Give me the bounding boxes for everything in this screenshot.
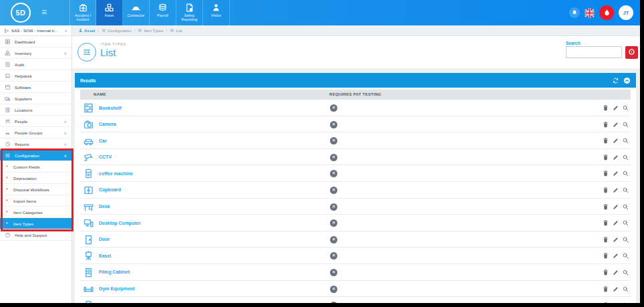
view-button[interactable] — [622, 219, 629, 227]
sidebar-item-helpdesk[interactable]: Helpdesk — [0, 70, 71, 82]
search-button[interactable] — [625, 46, 638, 59]
edit-button[interactable] — [612, 121, 619, 128]
delete-button[interactable] — [602, 252, 609, 260]
item-name-link[interactable]: Filing Cabinet — [99, 270, 130, 274]
workspace-selector[interactable]: SAS - SOW - Internal tr... ∨ — [0, 25, 72, 36]
delete-button[interactable] — [602, 187, 609, 194]
pencil-icon — [612, 252, 619, 260]
breadcrumb-item[interactable]: List — [170, 28, 182, 33]
view-button[interactable] — [622, 187, 629, 194]
sidebar-item-custom-fields[interactable]: *Custom Fields — [0, 161, 71, 173]
delete-button[interactable] — [602, 286, 609, 293]
view-button[interactable] — [622, 252, 629, 260]
item-name-link[interactable]: Desktop Computer — [99, 221, 141, 225]
item-name-link[interactable]: Car — [99, 138, 107, 143]
view-button[interactable] — [622, 269, 629, 276]
edit-button[interactable] — [612, 302, 619, 303]
edit-button[interactable] — [612, 286, 619, 293]
refresh-button[interactable] — [612, 77, 619, 84]
sidebar-item-label: Locations — [15, 108, 33, 112]
topnav-tab-label: Accident / Incident — [70, 13, 96, 21]
hard-hat-icon — [131, 2, 141, 13]
notifications-button[interactable] — [569, 7, 580, 18]
view-button[interactable] — [622, 121, 629, 128]
item-name-link[interactable]: Camera — [99, 122, 116, 126]
delete-button[interactable] — [602, 154, 609, 161]
sidebar-item-software[interactable]: Software — [0, 82, 71, 93]
view-button[interactable] — [622, 236, 629, 243]
topnav-tab[interactable]: Accident / Incident — [69, 0, 96, 25]
sidebar-item-item-categories[interactable]: *Item Categories — [0, 207, 71, 218]
edit-button[interactable] — [612, 170, 619, 177]
item-name-link[interactable]: Bookshelf — [99, 106, 122, 110]
edit-button[interactable] — [612, 137, 619, 144]
item-name-link[interactable]: coffee machine — [99, 171, 133, 176]
topnav-tabs: Accident / Incident Asset Contractor Pay… — [69, 0, 230, 25]
sidebar-item-people-groups[interactable]: People Groups∨ — [0, 127, 71, 138]
breadcrumb-item[interactable]: Asset — [78, 28, 95, 33]
edit-button[interactable] — [612, 187, 619, 194]
topnav-tab[interactable]: Asset — [96, 0, 123, 25]
people-icon — [5, 118, 11, 124]
edit-button[interactable] — [612, 269, 619, 276]
search-input[interactable] — [566, 46, 622, 58]
view-button[interactable] — [622, 104, 629, 112]
sidebar-item-configuration[interactable]: Configuration∨ — [0, 150, 71, 161]
sidebar-item-import-items[interactable]: *Import Items — [0, 195, 71, 207]
delete-button[interactable] — [602, 219, 609, 227]
delete-button[interactable] — [602, 302, 609, 303]
sidebar-item-depreciation[interactable]: *Depreciation — [0, 173, 71, 184]
view-button[interactable] — [622, 137, 629, 144]
sidebar-item-people[interactable]: People∨ — [0, 116, 71, 127]
view-button[interactable] — [622, 154, 629, 161]
item-name-link[interactable]: Cupboard — [99, 187, 121, 192]
view-button[interactable] — [622, 302, 629, 303]
sidebar-item-help-and-support[interactable]: ?Help and Support — [0, 229, 71, 241]
collapse-button[interactable] — [623, 77, 631, 84]
view-button[interactable] — [622, 170, 629, 177]
delete-button[interactable] — [602, 236, 609, 243]
item-name-link[interactable]: Door — [99, 237, 110, 241]
sidebar-item-reports[interactable]: Reports∨ — [0, 138, 71, 150]
delete-button[interactable] — [602, 203, 609, 211]
edit-button[interactable] — [612, 104, 619, 112]
breadcrumb-item[interactable]: Configuration — [102, 28, 132, 33]
delete-button[interactable] — [602, 170, 609, 177]
bullet-icon: * — [6, 221, 10, 226]
sidebar-item-audit[interactable]: Audit — [0, 59, 71, 70]
item-name-link[interactable]: Desk — [99, 204, 110, 209]
topnav-tab[interactable]: Payroll — [150, 0, 176, 25]
item-name-link[interactable]: Gym Equipment — [99, 286, 135, 291]
view-button[interactable] — [622, 286, 629, 293]
topnav-tab[interactable]: Contractor — [123, 0, 150, 25]
requires-pat-testing-no-icon: × — [330, 137, 337, 144]
menu-icon[interactable]: ≡ — [41, 7, 47, 17]
view-button[interactable] — [622, 203, 629, 211]
sidebar-item-suppliers[interactable]: Suppliers — [0, 93, 71, 104]
sidebar-item-locations[interactable]: Locations — [0, 104, 71, 116]
delete-button[interactable] — [602, 137, 609, 144]
sidebar-item-label: Helpdesk — [15, 74, 32, 78]
sidebar-item-item-types[interactable]: *Item Types — [0, 218, 71, 229]
delete-button[interactable] — [602, 104, 609, 112]
edit-button[interactable] — [612, 219, 619, 227]
language-button[interactable] — [585, 8, 595, 18]
item-name-link[interactable]: CCTV — [99, 155, 112, 159]
sidebar-item-inventory[interactable]: Inventory∨ — [0, 47, 71, 59]
edit-button[interactable] — [612, 203, 619, 211]
delete-button[interactable] — [602, 269, 609, 276]
edit-button[interactable] — [612, 154, 619, 161]
topnav-tab[interactable]: Visitor — [203, 0, 230, 25]
sidebar-item-dashboard[interactable]: Dashboard — [0, 36, 71, 47]
topbar-actions: JT — [569, 0, 633, 25]
edit-button[interactable] — [612, 252, 619, 260]
delete-button[interactable] — [602, 121, 609, 128]
breadcrumb-item[interactable]: Item Types — [138, 28, 163, 33]
cupboard-icon — [83, 185, 94, 196]
sidebar-item-disposal-workflows[interactable]: *Disposal Workflows — [0, 184, 71, 195]
topnav-tab[interactable]: Safety Reporting — [176, 0, 203, 25]
edit-button[interactable] — [612, 236, 619, 243]
emergency-button[interactable] — [599, 5, 614, 20]
item-name-link[interactable]: Easel — [99, 253, 111, 258]
user-avatar[interactable]: JT — [619, 5, 633, 20]
